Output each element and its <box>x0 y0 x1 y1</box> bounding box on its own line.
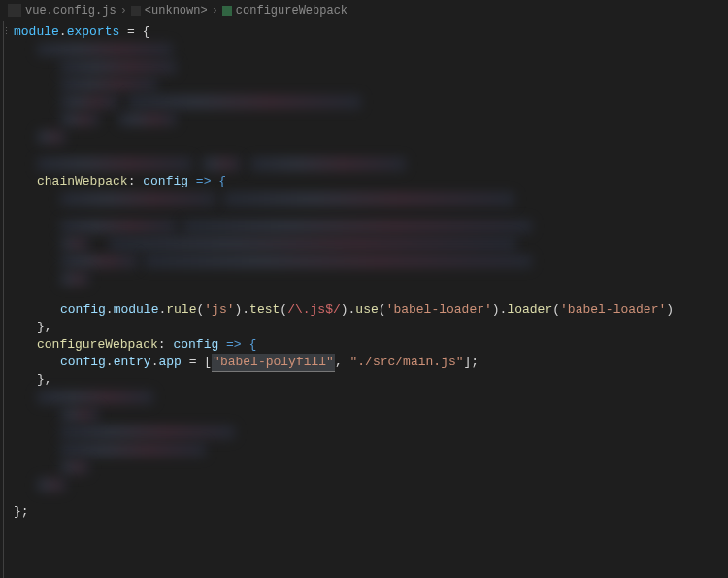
breadcrumb-file[interactable]: vue.config.js <box>25 4 116 17</box>
code-line[interactable]: }; <box>14 503 722 521</box>
obscured-line <box>14 155 722 173</box>
obscured-line <box>14 190 722 208</box>
obscured-line <box>14 270 722 288</box>
obscured-line <box>14 128 722 146</box>
obscured-line <box>14 146 722 155</box>
code-line[interactable]: }, <box>14 319 722 336</box>
code-area[interactable]: module.exports = { chainWebpack: config … <box>8 21 728 578</box>
obscured-line <box>14 493 722 503</box>
obscured-line <box>14 476 722 493</box>
code-editor[interactable]: ⋮ module.exports = { chainWebpack: confi… <box>0 21 728 578</box>
obscured-line <box>14 218 722 235</box>
code-line[interactable]: }, <box>14 371 722 389</box>
breadcrumb-sep-2: › <box>212 4 218 17</box>
obscured-line <box>14 208 722 218</box>
symbol-icon <box>222 6 232 16</box>
file-icon <box>8 4 21 17</box>
obscured-line <box>14 424 722 441</box>
gutter: ⋮ <box>0 21 8 578</box>
obscured-line <box>14 235 722 253</box>
code-line[interactable]: module.exports = { <box>14 23 722 41</box>
code-line[interactable]: config.module.rule('js').test(/\.js$/).u… <box>14 301 722 319</box>
obscured-line <box>14 406 722 424</box>
breadcrumb-symbol[interactable]: configureWebpack <box>236 4 347 17</box>
obscured-line <box>14 41 722 58</box>
obscured-line <box>14 459 722 476</box>
breadcrumb: vue.config.js › <unknown> › configureWeb… <box>0 0 728 21</box>
code-line[interactable]: configureWebpack: config => { <box>14 336 722 354</box>
obscured-line <box>14 288 722 301</box>
obscured-line <box>14 441 722 459</box>
scope-icon <box>131 6 141 16</box>
obscured-line <box>14 389 722 406</box>
obscured-line <box>14 253 722 270</box>
code-line[interactable]: chainWebpack: config => { <box>14 173 722 190</box>
obscured-line <box>14 111 722 128</box>
obscured-line <box>14 93 722 111</box>
obscured-line <box>14 58 722 76</box>
code-line[interactable]: 💡 config.entry.app = ["babel-polyfill", … <box>14 354 722 371</box>
breadcrumb-scope[interactable]: <unknown> <box>145 4 208 17</box>
breadcrumb-sep: › <box>120 4 127 17</box>
obscured-line <box>14 76 722 93</box>
